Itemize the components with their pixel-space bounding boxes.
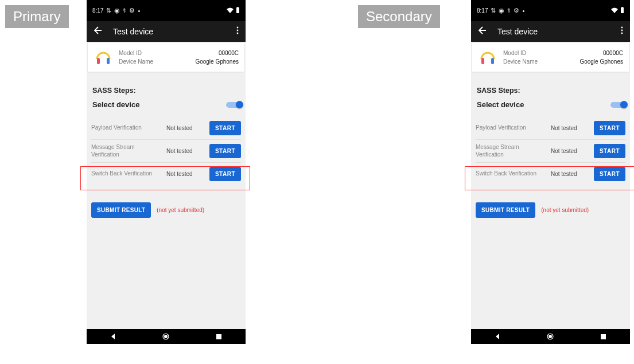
card-key: Device Name bbox=[119, 58, 153, 65]
submit-result-button[interactable]: SUBMIT RESULT bbox=[476, 202, 535, 218]
test-row: Message Stream VerificationNot testedSTA… bbox=[91, 139, 241, 162]
test-status: Not tested bbox=[551, 148, 583, 154]
phone-primary: 8:17⇅◉⚕⚙•Test deviceModel ID00000CDevice… bbox=[87, 0, 246, 344]
headphones-icon bbox=[478, 48, 497, 67]
svg-point-12 bbox=[621, 27, 623, 29]
test-status: Not tested bbox=[551, 125, 583, 131]
svg-rect-0 bbox=[236, 7, 239, 13]
submit-status-note: (not yet submitted) bbox=[541, 207, 589, 213]
svg-point-3 bbox=[237, 30, 239, 32]
battery-icon bbox=[620, 7, 624, 14]
svg-rect-1 bbox=[238, 7, 239, 8]
wifi-icon bbox=[227, 7, 234, 14]
app-bar: Test device bbox=[471, 21, 630, 42]
test-row: Payload VerificationNot testedSTART bbox=[91, 117, 241, 139]
card-key: Model ID bbox=[503, 50, 526, 56]
svg-point-13 bbox=[621, 30, 623, 32]
select-device-row: Select device bbox=[91, 100, 241, 109]
test-name: Switch Back Verification bbox=[91, 170, 155, 178]
nav-recent-icon[interactable] bbox=[600, 332, 608, 340]
status-time: 8:17 bbox=[92, 7, 103, 14]
card-key: Model ID bbox=[119, 50, 142, 56]
status-left-icon-0: ⇅ bbox=[106, 7, 111, 14]
device-card: Model ID00000CDevice NameGoogle Gphones bbox=[88, 43, 244, 72]
select-device-toggle[interactable] bbox=[225, 101, 241, 109]
svg-rect-19 bbox=[601, 334, 606, 339]
overflow-menu-icon[interactable] bbox=[236, 26, 239, 37]
start-button[interactable]: START bbox=[209, 121, 241, 135]
svg-rect-15 bbox=[481, 58, 484, 64]
test-row: Payload VerificationNot testedSTART bbox=[476, 117, 625, 139]
test-status: Not tested bbox=[166, 171, 199, 177]
card-value: Google Gphones bbox=[195, 58, 239, 65]
nav-home-icon[interactable] bbox=[162, 332, 170, 340]
svg-point-8 bbox=[164, 335, 168, 338]
overflow-menu-icon[interactable] bbox=[621, 26, 623, 37]
test-name: Payload Verification bbox=[91, 124, 155, 132]
card-row: Model ID00000C bbox=[503, 50, 623, 56]
start-button[interactable]: START bbox=[209, 144, 241, 158]
select-device-row: Select device bbox=[476, 100, 625, 109]
device-card: Model ID00000CDevice NameGoogle Gphones bbox=[472, 43, 629, 72]
start-button[interactable]: START bbox=[209, 167, 241, 181]
status-bar: 8:17⇅◉⚕⚙• bbox=[471, 0, 630, 21]
test-status: Not tested bbox=[166, 148, 199, 154]
status-left-icon-1: ◉ bbox=[114, 7, 120, 14]
status-left-icon-0: ⇅ bbox=[491, 7, 496, 14]
card-key: Device Name bbox=[503, 58, 538, 65]
select-device-toggle[interactable] bbox=[609, 101, 625, 109]
card-row: Model ID00000C bbox=[119, 50, 239, 56]
app-bar-title: Test device bbox=[497, 27, 610, 36]
nav-recent-icon[interactable] bbox=[215, 332, 223, 340]
test-name: Payload Verification bbox=[476, 124, 540, 132]
card-value: 00000C bbox=[219, 50, 239, 56]
svg-rect-16 bbox=[491, 58, 494, 64]
wifi-icon bbox=[611, 7, 618, 14]
phone-secondary: 8:17⇅◉⚕⚙•Test deviceModel ID00000CDevice… bbox=[471, 0, 630, 344]
test-row: Switch Back VerificationNot testedSTART bbox=[476, 162, 625, 185]
nav-back-icon[interactable] bbox=[493, 332, 501, 340]
battery-icon bbox=[236, 7, 240, 14]
nav-home-icon[interactable] bbox=[546, 332, 554, 340]
svg-point-18 bbox=[549, 335, 552, 338]
status-bar: 8:17⇅◉⚕⚙• bbox=[87, 0, 246, 21]
status-left-icon-4: • bbox=[522, 7, 524, 14]
nav-back-icon[interactable] bbox=[109, 332, 117, 340]
nav-bar bbox=[471, 329, 630, 344]
sass-steps-title: SASS Steps: bbox=[477, 87, 625, 95]
nav-bar bbox=[87, 329, 246, 344]
test-status: Not tested bbox=[166, 125, 199, 131]
svg-rect-6 bbox=[107, 58, 110, 64]
test-name: Switch Back Verification bbox=[476, 170, 540, 178]
svg-rect-5 bbox=[97, 58, 100, 64]
back-arrow-icon[interactable] bbox=[478, 26, 487, 37]
start-button[interactable]: START bbox=[594, 144, 625, 158]
svg-rect-11 bbox=[622, 7, 623, 8]
sass-steps-title: SASS Steps: bbox=[92, 87, 241, 95]
status-time: 8:17 bbox=[477, 7, 488, 14]
select-device-label: Select device bbox=[92, 100, 139, 109]
test-status: Not tested bbox=[551, 171, 583, 177]
card-row: Device NameGoogle Gphones bbox=[503, 58, 623, 65]
app-bar: Test device bbox=[87, 21, 246, 42]
card-value: 00000C bbox=[603, 50, 623, 56]
status-left-icon-2: ⚕ bbox=[507, 7, 511, 14]
app-bar-title: Test device bbox=[113, 27, 226, 36]
test-row: Message Stream VerificationNot testedSTA… bbox=[476, 139, 625, 162]
status-left-icon-4: • bbox=[138, 7, 140, 14]
back-arrow-icon[interactable] bbox=[94, 26, 103, 37]
card-value: Google Gphones bbox=[579, 58, 623, 65]
start-button[interactable]: START bbox=[594, 167, 625, 181]
start-button[interactable]: START bbox=[594, 121, 625, 135]
svg-point-2 bbox=[237, 27, 239, 29]
submit-result-button[interactable]: SUBMIT RESULT bbox=[91, 202, 151, 218]
secondary-label: Secondary bbox=[358, 5, 440, 28]
test-name: Message Stream Verification bbox=[91, 144, 155, 158]
svg-rect-10 bbox=[621, 7, 624, 13]
submit-status-note: (not yet submitted) bbox=[157, 207, 204, 213]
svg-point-4 bbox=[237, 33, 239, 34]
svg-rect-9 bbox=[216, 334, 221, 339]
test-name: Message Stream Verification bbox=[476, 144, 540, 158]
status-left-icon-1: ◉ bbox=[499, 7, 504, 14]
card-row: Device NameGoogle Gphones bbox=[119, 58, 239, 65]
